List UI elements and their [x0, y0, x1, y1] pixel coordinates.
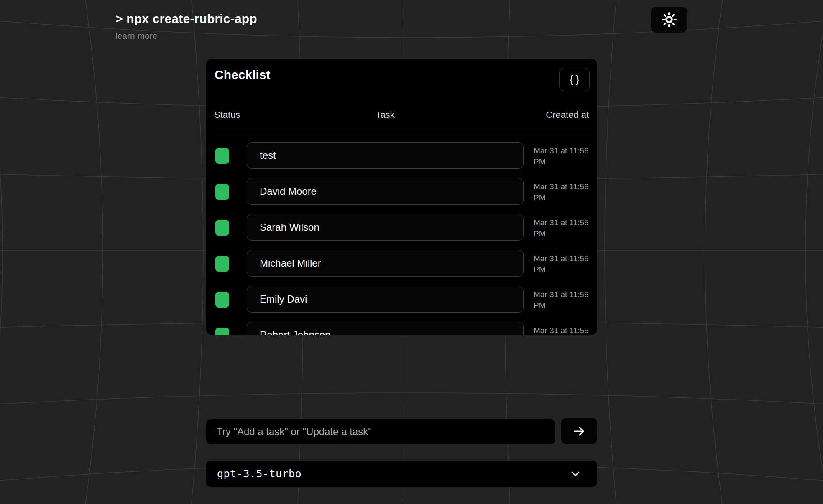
task-created-at: Mar 31 at 11:55 PM: [524, 322, 589, 335]
task-name-input[interactable]: [247, 322, 524, 335]
task-name-input[interactable]: [247, 286, 524, 313]
task-checkbox[interactable]: [215, 220, 229, 236]
app-root: > npx create-rubric-app learn more Check…: [0, 0, 823, 504]
checklist-card: Checklist { } Status Task Created at Mar…: [206, 59, 597, 335]
header: > npx create-rubric-app learn more: [115, 12, 257, 41]
task-checkbox[interactable]: [215, 328, 229, 335]
sun-icon: [662, 12, 677, 27]
column-header-task: Task: [247, 109, 524, 120]
task-name-input[interactable]: [247, 250, 524, 277]
task-list: Mar 31 at 11:56 PM Mar 31 at 11:56 PM Ma…: [206, 136, 597, 335]
chevron-down-icon: [570, 468, 581, 479]
table-header-divider: [214, 127, 590, 127]
model-select-value: gpt-3.5-turbo: [217, 468, 302, 480]
arrow-right-icon: [572, 424, 586, 438]
task-created-at: Mar 31 at 11:55 PM: [524, 250, 589, 277]
table-row: Mar 31 at 11:55 PM: [214, 322, 589, 335]
task-checkbox[interactable]: [215, 256, 229, 272]
task-checkbox[interactable]: [215, 184, 229, 200]
task-created-at: Mar 31 at 11:56 PM: [524, 142, 589, 170]
table-row: Mar 31 at 11:56 PM: [214, 142, 589, 170]
model-select[interactable]: gpt-3.5-turbo: [206, 461, 597, 487]
task-created-at: Mar 31 at 11:55 PM: [524, 214, 589, 242]
column-header-created: Created at: [524, 109, 589, 120]
column-header-status: Status: [214, 109, 247, 120]
submit-task-button[interactable]: [561, 418, 597, 444]
task-name-input[interactable]: [247, 142, 524, 169]
task-checkbox[interactable]: [215, 292, 229, 308]
task-name-input[interactable]: [247, 214, 524, 241]
table-row: Mar 31 at 11:55 PM: [214, 250, 589, 277]
theme-toggle-button[interactable]: [651, 7, 687, 33]
table-row: Mar 31 at 11:55 PM: [214, 286, 589, 313]
task-created-at: Mar 31 at 11:56 PM: [524, 178, 589, 206]
app-title: > npx create-rubric-app: [115, 12, 257, 26]
task-checkbox[interactable]: [215, 148, 229, 164]
checklist-title: Checklist: [215, 68, 270, 82]
table-row: Mar 31 at 11:56 PM: [214, 178, 589, 206]
new-task-input[interactable]: [206, 419, 555, 445]
view-json-button[interactable]: { }: [559, 68, 590, 91]
table-header: Status Task Created at: [206, 109, 597, 120]
table-row: Mar 31 at 11:55 PM: [214, 214, 589, 242]
learn-more-link[interactable]: learn more: [115, 31, 257, 41]
task-name-input[interactable]: [247, 178, 524, 205]
task-created-at: Mar 31 at 11:55 PM: [524, 286, 589, 313]
